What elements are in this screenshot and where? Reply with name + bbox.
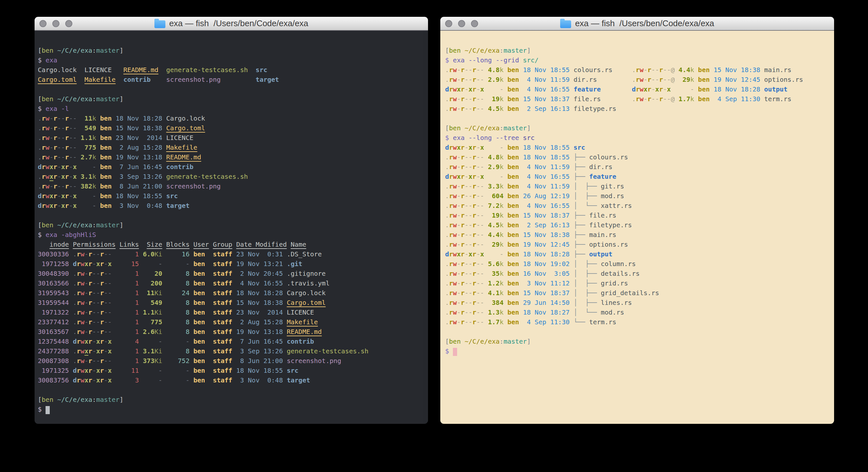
terminal-text-segment: -: [69, 192, 73, 200]
terminal-text-segment: [569, 173, 574, 180]
terminal-text-segment: -: [69, 202, 73, 209]
window-title: exa — fish /Users/ben/Code/exa/exa: [169, 19, 309, 28]
terminal-text-segment: main.rs: [761, 66, 792, 74]
terminal-text-segment: r: [89, 318, 92, 326]
terminal-text-segment: -: [139, 337, 162, 345]
terminal-text-segment: --: [104, 328, 112, 335]
terminal-text-segment: r: [53, 202, 57, 209]
terminal-text-segment: exa: [45, 56, 57, 64]
terminal-text-segment: w: [453, 318, 457, 326]
terminal-text-segment: ben staff: [190, 328, 237, 335]
terminal-text-segment: [569, 153, 574, 161]
terminal-text-segment: ben: [96, 173, 116, 180]
terminal-text-segment: 752: [162, 357, 189, 365]
terminal-text-segment: x: [457, 85, 461, 93]
zoom-button[interactable]: [65, 20, 72, 27]
terminal-text-segment: r: [449, 95, 453, 103]
terminal-text-segment: w: [453, 211, 457, 219]
terminal-line: drwxr-xr-x - ben 4 Nov 16:55 ├── feature: [445, 172, 834, 181]
terminal-text-segment: ben staff: [190, 250, 237, 258]
terminal-text-segment: 8: [162, 299, 189, 306]
terminal-text-segment: r: [449, 221, 453, 229]
terminal-text-segment: master: [96, 95, 120, 103]
titlebar[interactable]: exa — fish /Users/ben/Code/exa/exa: [440, 17, 834, 31]
terminal-text-segment: r: [89, 328, 92, 335]
close-button[interactable]: [39, 20, 46, 27]
zoom-button[interactable]: [471, 20, 478, 27]
terminal-text-segment: Name: [291, 240, 306, 248]
terminal-text-segment: ben: [504, 270, 523, 277]
minimize-button[interactable]: [52, 20, 59, 27]
terminal-text-segment: r: [659, 66, 663, 74]
terminal-text-segment: │ └──: [574, 202, 600, 209]
terminal-text-segment: --: [465, 192, 472, 200]
terminal-text-segment: --: [69, 114, 76, 122]
terminal-text-segment: inode: [50, 240, 69, 248]
terminal-text-segment: 1.7: [484, 318, 499, 326]
terminal-text-segment: ben: [504, 250, 523, 258]
terminal-text-segment: .: [445, 221, 449, 229]
terminal-text-segment: ~/C/e/exa: [57, 221, 92, 229]
terminal-text-segment: .: [445, 318, 449, 326]
close-button[interactable]: [445, 20, 452, 27]
terminal-text-segment: ben: [449, 47, 461, 54]
titlebar[interactable]: exa — fish /Users/ben/Code/exa/exa: [35, 17, 428, 31]
terminal-text-segment: -: [162, 260, 189, 268]
terminal-screen[interactable]: [ben ~/C/e/exa:master]$ exa --long --gri…: [440, 31, 834, 424]
minimize-button[interactable]: [458, 20, 465, 27]
terminal-text-segment: --: [92, 299, 100, 306]
terminal-text-segment: 19 Nov 13:18: [236, 328, 283, 335]
terminal-text-segment: ]: [120, 47, 123, 54]
terminal-text-segment: r: [100, 308, 104, 316]
terminal-text-segment: --: [476, 308, 484, 316]
window-controls: [39, 17, 72, 30]
terminal-text-segment: r: [53, 134, 57, 142]
terminal-text-segment: 19 Nov 12:45: [523, 240, 570, 248]
terminal-window-dark: exa — fish /Users/ben/Code/exa/exa [ben …: [35, 17, 428, 424]
terminal-text-segment: [569, 211, 574, 219]
terminal-text-segment: x: [96, 347, 100, 355]
terminal-text-segment: x: [50, 173, 53, 180]
terminal-line: 23377412 .rw-r--r-- 1 775 8 ben staff 2 …: [38, 317, 428, 327]
terminal-text-segment: r: [42, 144, 45, 151]
terminal-text-segment: -: [484, 144, 503, 151]
terminal-text-segment: master: [504, 124, 527, 132]
terminal-text-segment: ben: [504, 95, 523, 103]
terminal-text-segment: [569, 270, 574, 277]
terminal-text-segment: 2.6: [139, 328, 154, 335]
terminal-text-segment: git.rs: [601, 182, 624, 190]
terminal-text-segment: ben: [694, 95, 714, 103]
terminal-text-segment: 20087308: [38, 357, 73, 365]
terminal-text-segment: x: [108, 366, 112, 374]
terminal-text-segment: --: [69, 144, 76, 151]
terminal-text-segment: [190, 240, 193, 248]
terminal-text-segment: 3.3: [484, 182, 499, 190]
terminal-text-segment: --: [465, 270, 472, 277]
terminal-line: .rw-r--r-- 7.2k ben 4 Nov 16:55 │ └── xa…: [445, 201, 834, 210]
terminal-text-segment: r: [472, 250, 476, 258]
terminal-text-segment: -: [465, 144, 468, 151]
terminal-text-segment: k: [500, 318, 504, 326]
terminal-text-segment: ben: [504, 66, 523, 74]
terminal-text-segment: r: [461, 231, 465, 239]
terminal-text-segment: -: [162, 337, 189, 345]
terminal-text-segment: [162, 163, 166, 171]
terminal-text-segment: r: [100, 366, 104, 374]
terminal-text-segment: 1971322: [38, 308, 73, 316]
terminal-text-segment: r: [472, 299, 476, 306]
terminal-text-segment: r: [461, 173, 465, 180]
terminal-text-segment: k: [500, 163, 504, 171]
terminal-text-segment: -: [644, 95, 647, 103]
terminal-text-segment: ben: [504, 240, 523, 248]
terminal-text-segment: 18 Nov 18:55: [523, 66, 570, 74]
terminal-text-segment: exa --long --tree: [453, 134, 523, 142]
terminal-line: 31959544 .rw-r--r-- 1 549 8 ben staff 15…: [38, 298, 428, 307]
terminal-text-segment: k: [92, 134, 96, 142]
terminal-screen[interactable]: [ben ~/C/e/exa:master]$ exaCargo.lock LI…: [35, 31, 428, 424]
terminal-text-segment: w: [453, 231, 457, 239]
terminal-line: [38, 210, 428, 220]
terminal-text-segment: r: [65, 153, 69, 161]
terminal-text-segment: ]: [120, 396, 123, 404]
terminal-text-segment: --: [476, 240, 484, 248]
terminal-text-segment: [569, 289, 574, 297]
